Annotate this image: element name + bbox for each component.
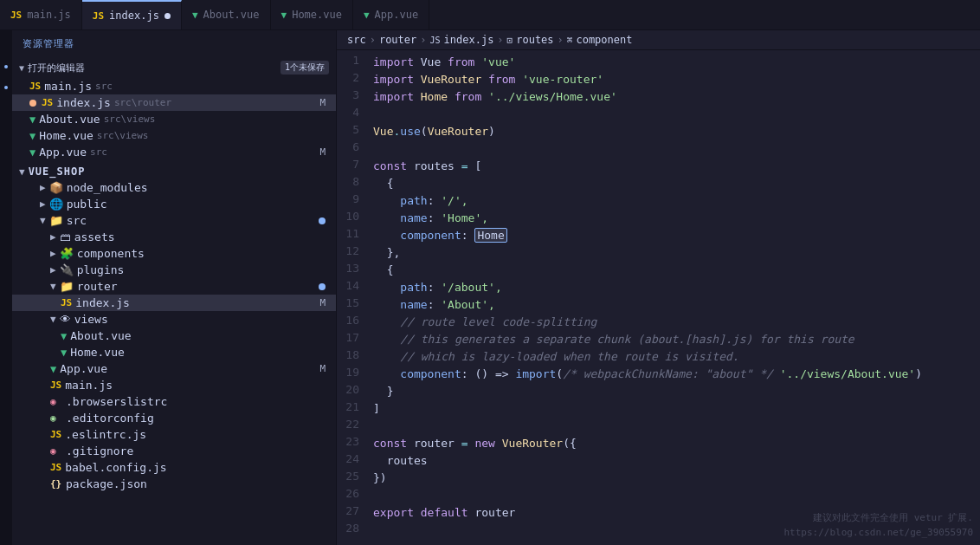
line-number: 12 <box>337 244 373 257</box>
open-file-index-js[interactable]: JS index.js src\router M <box>12 94 336 111</box>
open-editors-header[interactable]: ▼ 打开的编辑器 1个未保存 <box>12 57 336 78</box>
tree-views[interactable]: ▼ 👁 views <box>12 311 336 328</box>
line-number: 18 <box>337 348 373 361</box>
label: plugins <box>77 263 125 276</box>
breadcrumb-part: ⌘ <box>567 35 573 46</box>
tree-public[interactable]: ▶ 🌐 public <box>12 196 336 212</box>
breadcrumb-part: ⊡ <box>507 35 513 46</box>
open-file-main-js[interactable]: JS main.js src <box>12 78 336 94</box>
tree-browserslistrc[interactable]: ◉ .browserslistrc <box>12 393 336 410</box>
tree-components[interactable]: ▶ 🧩 components <box>12 245 336 262</box>
tree-main-js[interactable]: JS main.js <box>12 377 336 393</box>
folder-icon: 🧩 <box>60 247 74 260</box>
open-file-about-vue[interactable]: ▼ About.vue src\views <box>12 111 336 127</box>
filepath: src\views <box>97 130 149 141</box>
tree-router[interactable]: ▼ 📁 router <box>12 278 336 295</box>
code-editor[interactable]: 1 import Vue from 'vue' 2 import VueRout… <box>337 50 980 545</box>
tree-package-json[interactable]: {} package.json <box>12 476 336 492</box>
chevron-right-icon: ▶ <box>40 182 46 193</box>
line-content: // which is lazy-loaded when the route i… <box>373 348 980 366</box>
tree-node-modules[interactable]: ▶ 📦 node_modules <box>12 179 336 196</box>
code-line-27: 27 export default router <box>337 504 980 522</box>
label: main.js <box>65 379 113 392</box>
tree-assets[interactable]: ▶ 🗃 assets <box>12 229 336 245</box>
code-line-15: 15 name: 'About', <box>337 296 980 314</box>
line-content: name: 'About', <box>373 296 980 314</box>
breadcrumb-part: routes <box>516 34 553 46</box>
line-content: export default router <box>373 504 980 522</box>
tree-editorconfig[interactable]: ◉ .editorconfig <box>12 410 336 426</box>
line-content: { <box>373 175 980 192</box>
tree-plugins[interactable]: ▶ 🔌 plugins <box>12 262 336 278</box>
tab-home-vue[interactable]: ▼ Home.vue <box>271 0 353 29</box>
line-number: 26 <box>337 487 373 500</box>
open-editors-count: 1个未保存 <box>280 61 329 75</box>
breadcrumb-sep: › <box>420 34 426 46</box>
line-number: 15 <box>337 296 373 309</box>
label: node_modules <box>67 181 148 194</box>
chevron-down-icon: ▼ <box>50 314 56 325</box>
line-content: const router = new VueRouter({ <box>373 435 980 452</box>
line-number: 1 <box>337 54 373 67</box>
badge-m: M <box>319 146 326 158</box>
line-content: path: '/', <box>373 192 980 210</box>
code-line-22: 22 <box>337 418 980 435</box>
label: About.vue <box>70 329 131 342</box>
open-file-home-vue[interactable]: ▼ Home.vue src\views <box>12 127 336 144</box>
line-number: 22 <box>337 418 373 431</box>
tab-bar: JS main.js JS index.js ▼ About.vue ▼ Hom… <box>0 0 980 30</box>
tree-gitignore[interactable]: ◉ .gitignore <box>12 443 336 459</box>
tab-index-js[interactable]: JS index.js <box>82 0 182 29</box>
activity-bar <box>0 30 12 545</box>
folder-icon: 👁 <box>60 313 71 326</box>
code-line-8: 8 { <box>337 175 980 192</box>
tree-eslintrc[interactable]: JS .eslintrc.js <box>12 426 336 443</box>
line-number: 17 <box>337 331 373 344</box>
code-line-14: 14 path: '/about', <box>337 279 980 296</box>
folder-icon: 📁 <box>49 214 63 227</box>
tab-main-js[interactable]: JS main.js <box>0 0 82 29</box>
line-content: import Vue from 'vue' <box>373 54 980 71</box>
chevron-down-icon: ▼ <box>19 63 24 73</box>
tree-index-js[interactable]: JS index.js M <box>12 295 336 311</box>
line-number: 6 <box>337 140 373 153</box>
line-content: import VueRouter from 'vue-router' <box>373 71 980 88</box>
label: package.json <box>66 477 147 490</box>
tree-about-vue[interactable]: ▼ About.vue <box>12 328 336 344</box>
line-number: 19 <box>337 366 373 379</box>
open-file-app-vue[interactable]: ▼ App.vue src M <box>12 144 336 160</box>
code-line-20: 20 } <box>337 383 980 400</box>
tree-babel-config[interactable]: JS babel.config.js <box>12 459 336 476</box>
chevron-down-icon: ▼ <box>50 281 56 292</box>
folder-icon: 🗃 <box>60 230 71 243</box>
editor-area: src › router › JS index.js › ⊡ routes › … <box>337 30 980 545</box>
folder-icon: 🔌 <box>60 263 74 276</box>
label: babel.config.js <box>65 461 166 474</box>
code-line-12: 12 }, <box>337 244 980 262</box>
unsaved-dot <box>29 100 36 107</box>
tree-project-root[interactable]: ▼ VUE_SHOP <box>12 164 336 179</box>
code-line-16: 16 // route level code-splitting <box>337 314 980 331</box>
tab-app-vue[interactable]: ▼ App.vue <box>353 0 429 29</box>
tab-about-vue[interactable]: ▼ About.vue <box>182 0 271 29</box>
badge-m: M <box>319 297 326 308</box>
line-number: 2 <box>337 71 373 84</box>
vue-icon: ▼ <box>364 10 370 21</box>
js-file-icon: JS <box>50 462 61 473</box>
tab-label: main.js <box>27 9 71 21</box>
json-icon: {} <box>50 478 62 490</box>
line-number: 3 <box>337 88 373 101</box>
tree-app-vue[interactable]: ▼ App.vue M <box>12 360 336 377</box>
breadcrumb-sep: › <box>370 34 376 46</box>
vue-icon: ▼ <box>192 10 198 21</box>
label: views <box>74 313 108 326</box>
js-file-icon: JS <box>29 81 41 92</box>
line-number: 8 <box>337 175 373 188</box>
code-line-1: 1 import Vue from 'vue' <box>337 54 980 71</box>
tree-home-vue[interactable]: ▼ Home.vue <box>12 344 336 360</box>
line-number: 14 <box>337 279 373 292</box>
js-icon: JS <box>430 36 441 45</box>
tree-src[interactable]: ▼ 📁 src <box>12 212 336 229</box>
code-line-21: 21 ] <box>337 400 980 418</box>
folder-icon: 📁 <box>60 280 74 293</box>
